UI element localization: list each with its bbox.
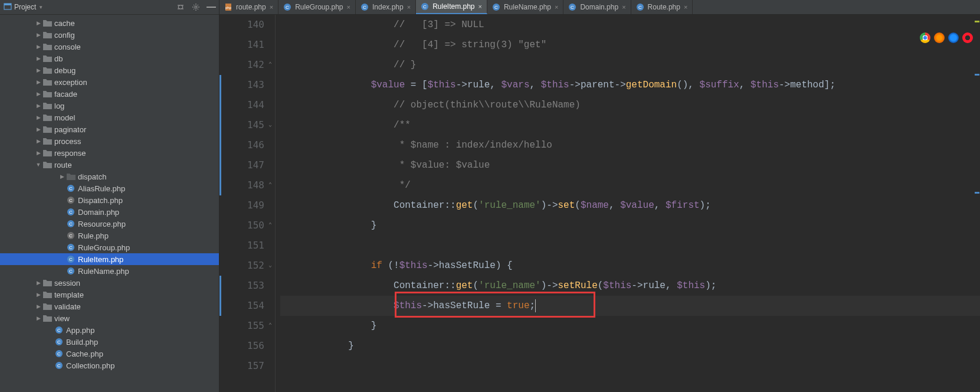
tree-folder[interactable]: ▶view [0,312,219,324]
line-number[interactable]: 152⌄ [219,256,264,276]
fold-marker-icon[interactable]: ⌃ [267,181,274,188]
tree-file[interactable]: CResource.php [0,218,219,230]
safari-icon[interactable] [948,32,959,43]
line-number[interactable]: 142⌃ [219,55,264,75]
tree-folder[interactable]: ▶exception [0,76,219,88]
editor-tab[interactable]: CIndex.php× [356,0,416,14]
tree-file[interactable]: CApp.php [0,324,219,336]
expand-arrow-icon[interactable]: ▶ [35,32,41,38]
fold-marker-icon[interactable]: ⌃ [267,61,274,68]
code-editor[interactable]: // [3] => NULL // [4] => string(3) "get"… [276,15,980,392]
tree-folder[interactable]: ▶paginator [0,123,219,135]
editor-tab[interactable]: CRoute.php× [631,0,693,14]
close-icon[interactable]: × [407,4,411,11]
code-line[interactable]: // object(think\\route\\RuleName) [280,95,980,115]
project-dropdown[interactable]: Project ▼ [4,2,43,12]
opera-icon[interactable] [962,32,973,43]
line-number[interactable]: 151 [219,236,264,256]
code-line[interactable]: Container::get('rule_name')->setRule($th… [280,276,980,296]
code-line[interactable]: $this->hasSetRule = true; [280,296,980,316]
expand-arrow-icon[interactable]: ▶ [35,315,41,321]
tree-folder[interactable]: ▶process [0,135,219,147]
tree-file[interactable]: CDomain.php [0,206,219,218]
editor-tab[interactable]: phproute.php× [219,0,278,14]
line-number[interactable]: 154 [219,296,264,316]
tree-folder[interactable]: ▶log [0,100,219,112]
expand-arrow-icon[interactable]: ▶ [35,44,41,50]
close-icon[interactable]: × [478,3,482,10]
tree-file[interactable]: CRuleGroup.php [0,241,219,253]
code-line[interactable]: } [280,215,980,236]
line-number[interactable]: 148⌃ [219,175,264,195]
tree-folder[interactable]: ▶session [0,277,219,289]
code-line[interactable]: $value = [$this->rule, $vars, $this->par… [280,75,980,95]
minimize-icon[interactable]: — [207,3,215,11]
line-number[interactable]: 150⌃ [219,215,264,236]
expand-arrow-icon[interactable]: ▶ [35,115,41,120]
tree-file[interactable]: CCollection.php [0,360,219,371]
collapse-icon[interactable] [176,3,185,11]
expand-arrow-icon[interactable]: ▶ [35,138,41,144]
chrome-icon[interactable] [920,32,930,43]
editor-tab[interactable]: CRuleName.php× [487,0,563,14]
code-line[interactable]: } [280,316,980,336]
expand-arrow-icon[interactable]: ▶ [35,103,41,109]
tree-file[interactable]: CDispatch.php [0,194,219,206]
tree-file[interactable]: CRuleName.php [0,265,219,277]
line-number[interactable]: 156 [219,336,264,356]
expand-arrow-icon[interactable]: ▶ [35,20,41,26]
code-line[interactable]: * $value: $value [280,155,980,175]
code-line[interactable]: /** [280,115,980,135]
expand-arrow-icon[interactable]: ▶ [35,79,41,85]
close-icon[interactable]: × [555,4,558,11]
code-line[interactable] [280,236,980,256]
close-icon[interactable]: × [622,4,625,11]
tree-file[interactable]: CRuleItem.php [0,253,219,265]
firefox-icon[interactable] [934,32,945,43]
tree-file[interactable]: CRule.php [0,230,219,241]
expand-arrow-icon[interactable]: ▶ [35,126,41,132]
tree-folder[interactable]: ▶template [0,289,219,300]
editor-tab[interactable]: CDomain.php× [563,0,631,14]
expand-arrow-icon[interactable]: ▶ [35,150,41,156]
tree-folder[interactable]: ▶facade [0,88,219,100]
tree-folder[interactable]: ▶cache [0,17,219,29]
tree-file[interactable]: CCache.php [0,348,219,360]
line-number[interactable]: 155⌃ [219,316,264,336]
line-gutter[interactable]: 140141142⌃143144145⌄146147148⌃149150⌃151… [219,15,276,392]
close-icon[interactable]: × [347,4,350,11]
project-tree[interactable]: ▶cache▶config▶console▶db▶debug▶exception… [0,15,219,392]
close-icon[interactable]: × [270,4,273,11]
expand-arrow-icon[interactable]: ▶ [59,174,65,179]
code-line[interactable]: // [3] => NULL [280,15,980,35]
line-number[interactable]: 144 [219,95,264,115]
expand-arrow-icon[interactable]: ▼ [35,162,41,168]
line-number[interactable]: 140 [219,15,264,35]
expand-arrow-icon[interactable]: ▶ [35,303,41,309]
close-icon[interactable]: × [684,4,687,11]
fold-marker-icon[interactable]: ⌃ [267,322,274,329]
code-line[interactable]: } [280,336,980,356]
tree-folder[interactable]: ▶debug [0,64,219,76]
tree-folder[interactable]: ▶console [0,41,219,53]
expand-arrow-icon[interactable]: ▶ [35,280,41,286]
editor-tab[interactable]: CRuleGroup.php× [278,0,356,14]
fold-marker-icon[interactable]: ⌃ [267,221,274,228]
tree-file[interactable]: CBuild.php [0,336,219,348]
tree-folder[interactable]: ▶dispatch [0,171,219,182]
line-number[interactable]: 157 [219,356,264,376]
line-number[interactable]: 153 [219,276,264,296]
tree-file[interactable]: CAliasRule.php [0,182,219,194]
code-line[interactable]: // } [280,55,980,75]
tree-folder[interactable]: ▶response [0,147,219,159]
expand-arrow-icon[interactable]: ▶ [35,67,41,73]
fold-marker-icon[interactable]: ⌄ [267,262,274,269]
code-line[interactable] [280,356,980,376]
tree-folder[interactable]: ▶db [0,53,219,64]
line-number[interactable]: 141 [219,35,264,55]
expand-arrow-icon[interactable]: ▶ [35,55,41,61]
code-line[interactable]: Container::get('rule_name')->set($name, … [280,195,980,215]
tree-folder[interactable]: ▶config [0,29,219,41]
expand-arrow-icon[interactable]: ▶ [35,292,41,298]
code-line[interactable]: */ [280,175,980,195]
